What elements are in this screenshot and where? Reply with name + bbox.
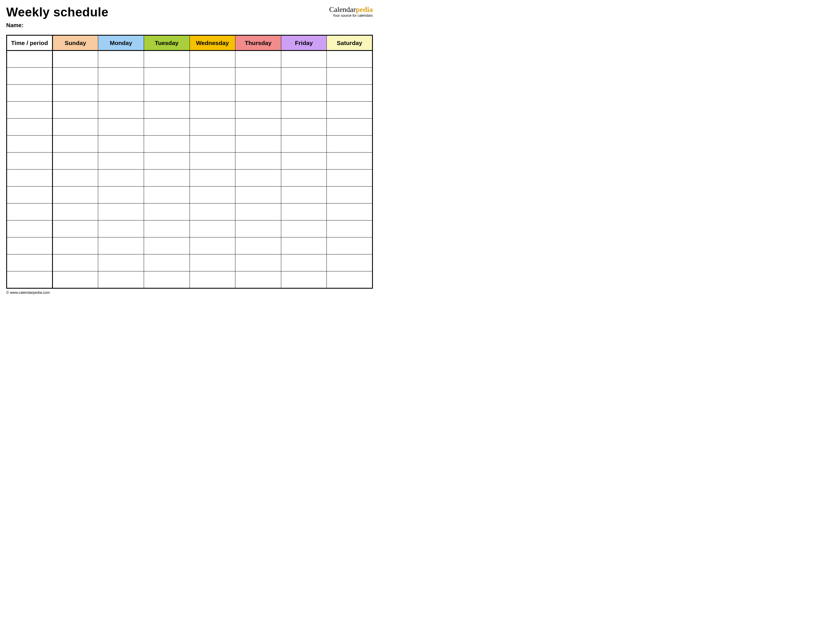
time-cell [7, 220, 53, 237]
schedule-row [7, 85, 373, 101]
schedule-cell [190, 135, 235, 153]
schedule-cell [327, 153, 373, 170]
schedule-cell [190, 237, 235, 255]
schedule-row [7, 220, 373, 237]
schedule-cell [327, 101, 373, 119]
schedule-cell [190, 101, 235, 119]
time-cell [7, 271, 53, 288]
time-cell [7, 186, 53, 204]
schedule-cell [281, 271, 327, 288]
schedule-row [7, 170, 373, 186]
schedule-cell [327, 237, 373, 255]
schedule-cell [281, 255, 327, 271]
schedule-cell [52, 85, 98, 101]
schedule-cell [190, 255, 235, 271]
schedule-cell [52, 186, 98, 204]
day-header-saturday: Saturday [327, 35, 373, 51]
schedule-cell [98, 237, 144, 255]
schedule-cell [235, 204, 281, 220]
day-header-monday: Monday [98, 35, 144, 51]
footer-copyright: © www.calendarpedia.com [6, 290, 373, 295]
schedule-cell [281, 51, 327, 68]
schedule-cell [98, 220, 144, 237]
time-cell [7, 101, 53, 119]
schedule-cell [235, 237, 281, 255]
page-title: Weekly schedule [6, 5, 108, 19]
name-label: Name: [6, 22, 23, 28]
schedule-row [7, 153, 373, 170]
schedule-cell [98, 101, 144, 119]
schedule-cell [235, 101, 281, 119]
schedule-cell [327, 255, 373, 271]
schedule-cell [98, 135, 144, 153]
schedule-cell [190, 186, 235, 204]
schedule-cell [235, 255, 281, 271]
schedule-table-head: Time / periodSundayMondayTuesdayWednesda… [7, 35, 373, 51]
schedule-cell [190, 119, 235, 135]
time-cell [7, 237, 53, 255]
schedule-row [7, 68, 373, 85]
time-period-header: Time / period [7, 35, 53, 51]
schedule-cell [144, 153, 190, 170]
schedule-cell [327, 186, 373, 204]
schedule-cell [52, 68, 98, 85]
schedule-cell [235, 220, 281, 237]
schedule-cell [52, 119, 98, 135]
schedule-cell [281, 220, 327, 237]
schedule-cell [190, 153, 235, 170]
schedule-row [7, 135, 373, 153]
schedule-cell [52, 220, 98, 237]
schedule-cell [281, 135, 327, 153]
day-header-tuesday: Tuesday [144, 35, 190, 51]
schedule-cell [281, 186, 327, 204]
time-cell [7, 85, 53, 101]
schedule-cell [327, 68, 373, 85]
brand-name-part2: pedia [356, 5, 373, 13]
schedule-cell [144, 119, 190, 135]
schedule-row [7, 271, 373, 288]
day-header-sunday: Sunday [52, 35, 98, 51]
name-field-row: Name: [6, 22, 373, 29]
schedule-row [7, 237, 373, 255]
schedule-cell [98, 119, 144, 135]
schedule-row [7, 119, 373, 135]
schedule-cell [281, 68, 327, 85]
time-cell [7, 51, 53, 68]
schedule-cell [52, 170, 98, 186]
schedule-cell [327, 220, 373, 237]
schedule-cell [281, 85, 327, 101]
schedule-cell [52, 101, 98, 119]
time-cell [7, 119, 53, 135]
schedule-cell [144, 101, 190, 119]
schedule-cell [235, 170, 281, 186]
day-header-friday: Friday [281, 35, 327, 51]
schedule-cell [190, 85, 235, 101]
schedule-cell [98, 153, 144, 170]
schedule-table: Time / periodSundayMondayTuesdayWednesda… [6, 35, 373, 289]
schedule-cell [98, 186, 144, 204]
schedule-cell [235, 85, 281, 101]
schedule-cell [190, 68, 235, 85]
time-cell [7, 153, 53, 170]
day-header-thursday: Thursday [235, 35, 281, 51]
time-cell [7, 68, 53, 85]
time-cell [7, 255, 53, 271]
schedule-cell [52, 237, 98, 255]
schedule-cell [281, 170, 327, 186]
schedule-cell [52, 51, 98, 68]
schedule-cell [98, 204, 144, 220]
schedule-cell [52, 135, 98, 153]
schedule-row [7, 255, 373, 271]
brand-tagline: Your source for calendars [329, 14, 373, 18]
schedule-cell [52, 153, 98, 170]
schedule-cell [190, 204, 235, 220]
schedule-cell [98, 51, 144, 68]
schedule-row [7, 186, 373, 204]
schedule-cell [235, 135, 281, 153]
schedule-cell [98, 85, 144, 101]
schedule-cell [281, 101, 327, 119]
schedule-cell [144, 186, 190, 204]
schedule-cell [144, 220, 190, 237]
schedule-cell [190, 271, 235, 288]
schedule-cell [144, 68, 190, 85]
